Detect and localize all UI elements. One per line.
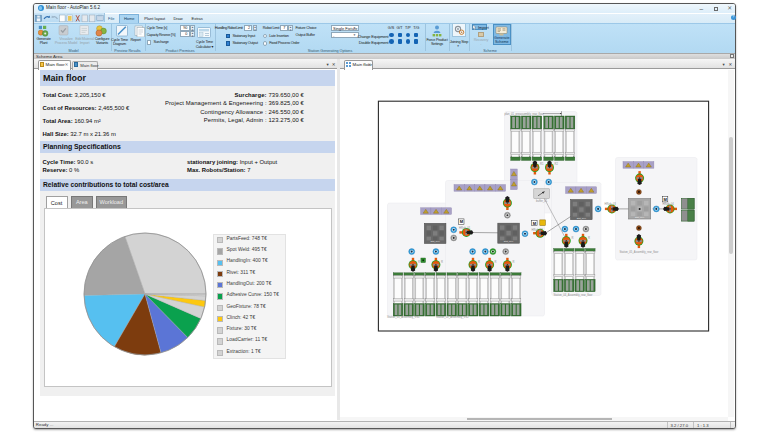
svg-text:Station_05_Assembly_rear_floor: Station_05_Assembly_rear_floor — [620, 250, 659, 254]
svg-text:Station_01_Assembly_VS1: Station_01_Assembly_VS1 — [387, 315, 420, 319]
svg-text:Station_04_Assembly_rear_floor: Station_04_Assembly_rear_floor — [554, 293, 593, 297]
svg-text:R: R — [588, 236, 590, 240]
svg-text:HRob_03: HRob_03 — [605, 202, 617, 206]
svg-text:plan_01_preassembly_rear_floor: plan_01_preassembly_rear_floor — [505, 112, 544, 116]
svg-text:R: R — [513, 260, 515, 264]
svg-text:R: R — [572, 236, 574, 240]
svg-text:HRob_02: HRob_02 — [532, 228, 544, 232]
svg-text:Station_02_Assembly_VS1: Station_02_Assembly_VS1 — [436, 315, 469, 319]
svg-text:R: R — [478, 260, 480, 264]
svg-text:R: R — [495, 260, 497, 264]
svg-text:R1: R1 — [540, 162, 544, 166]
svg-text:R: R — [441, 260, 443, 264]
svg-text:HRob_04: HRob_04 — [663, 202, 675, 206]
svg-text:R2: R2 — [555, 162, 559, 166]
svg-text:R: R — [418, 260, 420, 264]
svg-text:buffer_01: buffer_01 — [536, 199, 548, 203]
svg-text:HRob_01: HRob_01 — [459, 226, 471, 230]
